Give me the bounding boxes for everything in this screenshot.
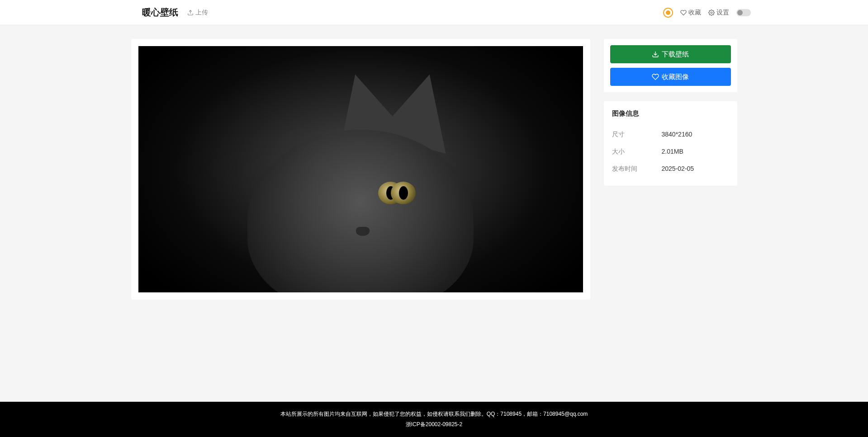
info-row-size: 大小 2.01MB: [612, 143, 729, 160]
heart-icon: [680, 9, 687, 16]
settings-nav[interactable]: 设置: [708, 9, 729, 17]
download-icon: [652, 51, 659, 58]
favorites-nav[interactable]: 收藏: [680, 9, 701, 17]
download-button[interactable]: 下载壁纸: [610, 45, 731, 63]
header: 暖心壁纸 上传 收藏 设置: [0, 0, 868, 25]
footer: 本站所展示的所有图片均来自互联网，如果侵犯了您的权益，如侵权请联系我们删除。QQ…: [0, 402, 868, 437]
info-value: 2.01MB: [662, 148, 683, 156]
main-content: 下载壁纸 收藏图像 图像信息 尺寸 3840*2160 大小 2.01MB: [0, 25, 868, 402]
info-value: 2025-02-05: [662, 165, 694, 173]
upload-link[interactable]: 上传: [187, 9, 208, 17]
footer-disclaimer: 本站所展示的所有图片均来自互联网，如果侵犯了您的权益，如侵权请联系我们删除。QQ…: [0, 409, 868, 419]
avatar-icon: [666, 10, 670, 15]
favorite-label: 收藏图像: [662, 73, 689, 81]
header-right: 收藏 设置: [663, 8, 751, 18]
user-avatar[interactable]: [663, 8, 673, 18]
download-label: 下载壁纸: [662, 50, 689, 59]
gear-icon: [708, 9, 715, 16]
cat-body: [247, 130, 474, 292]
toggle-knob: [737, 10, 743, 15]
action-card: 下载壁纸 收藏图像: [604, 39, 737, 92]
info-row-dimensions: 尺寸 3840*2160: [612, 126, 729, 143]
cat-nose: [356, 227, 370, 236]
site-logo[interactable]: 暖心壁纸: [142, 6, 178, 19]
info-row-date: 发布时间 2025-02-05: [612, 160, 729, 178]
wallpaper-card: [131, 39, 590, 300]
header-left: 暖心壁纸 上传: [142, 6, 208, 19]
info-title: 图像信息: [612, 109, 729, 118]
upload-icon: [187, 9, 194, 16]
info-label: 尺寸: [612, 131, 662, 139]
info-label: 发布时间: [612, 165, 662, 173]
sidebar: 下载壁纸 收藏图像 图像信息 尺寸 3840*2160 大小 2.01MB: [604, 39, 737, 186]
container: 下载壁纸 收藏图像 图像信息 尺寸 3840*2160 大小 2.01MB: [131, 39, 737, 388]
wallpaper-image[interactable]: [138, 46, 583, 292]
favorite-button[interactable]: 收藏图像: [610, 68, 731, 86]
info-value: 3840*2160: [662, 131, 693, 139]
upload-label: 上传: [195, 9, 208, 17]
theme-toggle[interactable]: [736, 9, 751, 16]
settings-label: 设置: [716, 9, 729, 17]
footer-icp-link[interactable]: 浙ICP备20002-09825-2: [406, 421, 462, 428]
info-label: 大小: [612, 148, 662, 156]
heart-icon: [652, 73, 659, 80]
info-card: 图像信息 尺寸 3840*2160 大小 2.01MB 发布时间 2025-02…: [604, 101, 737, 186]
svg-point-1: [711, 12, 712, 14]
favorites-label: 收藏: [688, 9, 701, 17]
cat-eye-right: [391, 182, 416, 204]
